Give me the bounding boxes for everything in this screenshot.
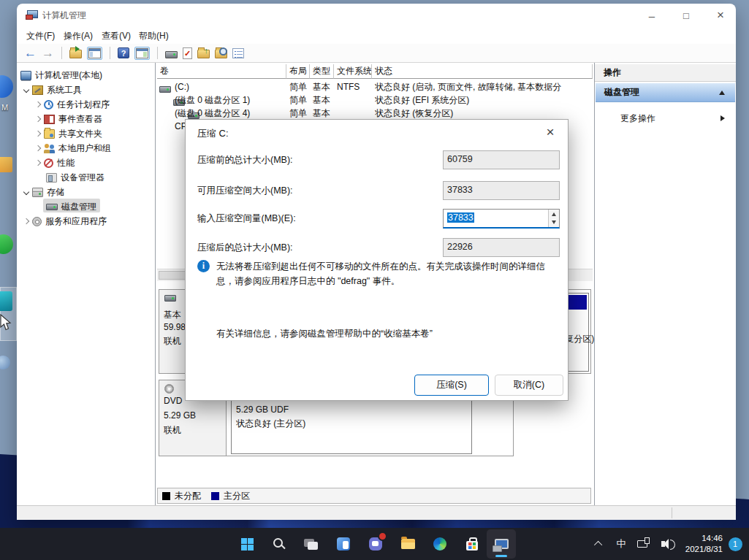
collapse-icon[interactable] <box>719 91 725 95</box>
chevron-right-icon[interactable] <box>35 131 41 137</box>
table-cell[interactable]: NTFS <box>334 80 372 93</box>
shrink-amount-input[interactable]: 37833 <box>443 209 560 229</box>
table-cell[interactable]: 基本 <box>310 93 334 107</box>
computer-management-taskbar-button[interactable] <box>487 529 516 559</box>
table-cell[interactable]: 基本 <box>310 107 334 120</box>
table-cell[interactable]: 状态良好 (恢复分区) <box>372 107 593 120</box>
device-icon[interactable] <box>165 51 178 58</box>
maximize-button[interactable] <box>669 4 703 27</box>
volume-tray-button[interactable] <box>653 541 677 547</box>
desktop-icon[interactable] <box>0 75 13 98</box>
toolbar-separator <box>61 47 62 59</box>
table-row-volume[interactable]: (磁盘 0 磁盘分区 4) <box>172 107 286 120</box>
tree-item-system-tools[interactable]: 系统工具 <box>24 83 82 96</box>
actions-group-disk-management[interactable]: 磁盘管理 <box>596 83 735 102</box>
chevron-right-icon[interactable] <box>35 101 41 107</box>
table-cell[interactable]: 状态良好 (启动, 页面文件, 故障转储, 基本数据分 <box>372 80 593 93</box>
tree-item-storage[interactable]: 存储 <box>24 185 64 199</box>
widgets-button[interactable] <box>329 529 358 559</box>
show-action-pane-button[interactable] <box>134 47 150 60</box>
column-header-volume[interactable]: 卷 <box>157 64 286 79</box>
actions-header: 操作 <box>595 64 736 82</box>
computer-icon <box>20 71 31 80</box>
network-tray-button[interactable] <box>632 540 653 548</box>
menu-view[interactable]: 查看(V) <box>102 30 131 42</box>
search-button[interactable] <box>265 529 294 559</box>
folder-search-icon[interactable] <box>215 50 227 58</box>
forward-icon[interactable] <box>42 47 54 59</box>
tree-item-computer-management[interactable]: 计算机管理(本地) <box>20 69 102 82</box>
shrink-button[interactable]: 压缩(S) <box>414 375 489 396</box>
column-header-status[interactable]: 状态 <box>372 64 593 79</box>
column-header-layout[interactable]: 布局 <box>286 64 310 79</box>
tree-item-event-viewer[interactable]: 事件查看器 <box>36 112 102 126</box>
tree-item-performance[interactable]: 性能 <box>36 156 75 169</box>
table-row-volume[interactable]: (C:) <box>172 80 286 93</box>
table-cell[interactable]: 简单 <box>286 80 310 93</box>
clock[interactable]: 14:46 2021/8/31 <box>677 533 723 555</box>
tree-item-shared-folders[interactable]: 共享文件夹 <box>36 127 102 140</box>
column-header-filesystem[interactable]: 文件系统 <box>334 64 372 79</box>
actions-panel: 操作 磁盘管理 更多操作 <box>594 63 736 505</box>
file-explorer-button[interactable] <box>393 529 422 559</box>
spinner-down-icon[interactable] <box>552 220 556 224</box>
desktop-icon[interactable] <box>0 234 13 254</box>
submenu-arrow-icon <box>721 115 725 121</box>
tree-item-services-applications[interactable]: 服务和应用程序 <box>24 215 107 228</box>
export-list-icon[interactable] <box>69 50 82 58</box>
dvd-status: 联机 <box>164 424 181 437</box>
cancel-button[interactable]: 取消(C) <box>495 375 563 396</box>
dialog-info-text: 无法将卷压缩到超出任何不可移动的文件所在的点。有关完成该操作时间的详细信息，请参… <box>216 259 560 288</box>
help-icon[interactable] <box>118 47 129 58</box>
store-button[interactable] <box>457 529 487 559</box>
table-row-volume[interactable]: (磁盘 0 磁盘分区 1) <box>172 93 286 107</box>
chat-button[interactable] <box>361 529 390 559</box>
table-cell[interactable]: 简单 <box>286 107 310 120</box>
edge-button[interactable] <box>425 529 455 559</box>
desktop-icon[interactable] <box>0 291 12 311</box>
column-header-type[interactable]: 类型 <box>310 64 334 79</box>
task-view-icon <box>304 539 314 547</box>
table-cell[interactable]: 状态良好 (EFI 系统分区) <box>372 93 593 107</box>
ime-indicator[interactable]: 中 <box>610 537 632 551</box>
desktop-icon[interactable] <box>0 356 10 369</box>
table-cell[interactable]: 基本 <box>310 80 334 93</box>
dialog-title: 压缩 C: <box>197 127 229 140</box>
tray-time: 14:46 <box>677 533 723 544</box>
chevron-right-icon[interactable] <box>23 218 29 224</box>
chevron-down-icon[interactable] <box>23 87 29 93</box>
status-bar <box>17 505 736 520</box>
spinner-up-icon[interactable] <box>552 212 556 216</box>
desktop: M 计算机管理 文件(F) 操作(A) 查看(V) 帮助(H) 计算机管理(本地… <box>0 0 749 560</box>
check-document-icon[interactable] <box>183 47 192 59</box>
tree-item-disk-management[interactable]: 磁盘管理 <box>46 200 96 213</box>
desktop-icon[interactable] <box>0 157 12 172</box>
menu-file[interactable]: 文件(F) <box>26 30 55 42</box>
chevron-right-icon[interactable] <box>35 145 41 151</box>
title-bar <box>17 4 736 27</box>
task-view-button[interactable] <box>297 529 326 559</box>
folder-up-icon[interactable] <box>197 50 210 58</box>
chevron-right-icon[interactable] <box>35 116 41 122</box>
edge-icon <box>433 537 446 551</box>
start-button[interactable] <box>232 529 262 559</box>
spinner <box>548 210 559 227</box>
show-console-tree-button[interactable] <box>87 47 102 60</box>
menu-action[interactable]: 操作(A) <box>64 30 93 42</box>
menu-help[interactable]: 帮助(H) <box>139 30 169 42</box>
chevron-right-icon[interactable] <box>35 160 41 166</box>
close-button[interactable] <box>704 4 737 27</box>
tree-item-task-scheduler[interactable]: 任务计划程序 <box>36 98 110 111</box>
minimize-button[interactable] <box>635 4 669 27</box>
tree-item-local-users-groups[interactable]: 本地用户和组 <box>36 142 111 155</box>
task-list-icon[interactable] <box>232 48 244 58</box>
notification-center-button[interactable]: 1 <box>723 537 748 551</box>
available-shrink-space-value: 37833 <box>443 181 560 200</box>
dialog-close-button[interactable] <box>541 124 559 142</box>
tree-item-device-manager[interactable]: 设备管理器 <box>46 171 104 184</box>
back-icon[interactable] <box>24 47 37 59</box>
more-actions-item[interactable]: 更多操作 <box>596 110 735 127</box>
tray-overflow-button[interactable] <box>588 541 610 547</box>
chevron-down-icon[interactable] <box>23 189 29 195</box>
table-cell[interactable]: 简单 <box>286 93 310 107</box>
